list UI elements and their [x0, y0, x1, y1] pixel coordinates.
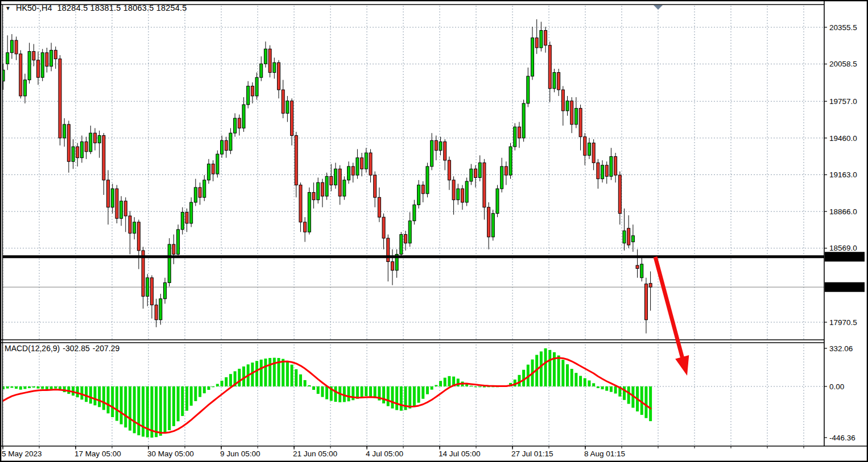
scroll-to-end-marker-icon[interactable]: [654, 5, 663, 10]
macd-bar: [365, 386, 367, 396]
candle-body: [448, 160, 450, 180]
time-tick-label: 27 Jul 01:15: [511, 449, 553, 458]
candle-body: [89, 133, 92, 152]
macd-bar: [448, 376, 450, 386]
candle-body: [588, 143, 590, 156]
macd-bar: [426, 386, 429, 394]
macd-bar: [120, 386, 123, 424]
candle-body: [50, 50, 53, 66]
candle-body: [37, 60, 40, 77]
candle-body: [216, 154, 219, 174]
candle-body: [343, 180, 346, 196]
candle-body: [400, 235, 403, 255]
macd-bar: [111, 386, 114, 417]
candle-body: [85, 141, 88, 151]
candle-body: [605, 165, 608, 177]
macd-bar: [457, 378, 460, 386]
macd-bar: [98, 386, 101, 407]
candle-body: [553, 73, 556, 89]
candle-body: [146, 278, 149, 297]
candle-body: [444, 141, 447, 160]
macd-bar: [221, 381, 224, 386]
macd-bar: [242, 367, 245, 386]
macd-bar: [557, 356, 560, 386]
candle-body: [461, 189, 464, 202]
candle-body: [369, 153, 372, 175]
macd-bar: [649, 386, 652, 421]
price-axis[interactable]: 20355.520058.519757.019460.019163.018866…: [824, 23, 865, 327]
candle-body: [41, 53, 44, 78]
symbol-collapse-icon[interactable]: ▼: [5, 6, 11, 11]
time-axis[interactable]: 5 May 202317 May 05:0030 May 05:009 Jun …: [2, 446, 804, 458]
candle-body: [413, 205, 416, 220]
macd-bar: [435, 385, 437, 386]
candle-body: [28, 52, 31, 80]
macd-bar: [470, 386, 473, 386]
macd-bar: [431, 386, 433, 390]
macd-axis[interactable]: 332.060.00-446.36: [824, 344, 855, 442]
macd-bar: [41, 386, 44, 389]
candle-body: [194, 188, 197, 202]
macd-bar: [185, 386, 188, 411]
candle-body: [273, 63, 276, 72]
time-tick-label: 5 May 2023: [2, 449, 42, 458]
price-tick-label: 19460.0: [829, 134, 857, 143]
macd-bar: [260, 360, 263, 386]
candle-body: [238, 118, 241, 128]
macd-bar: [255, 361, 258, 386]
macd-bar: [644, 386, 647, 418]
candle-body: [557, 73, 560, 90]
macd-bar: [478, 386, 481, 387]
macd-bar: [172, 386, 175, 426]
candle-body: [627, 228, 630, 245]
candle-body: [59, 59, 61, 138]
macd-signal-value: -207.29: [93, 344, 119, 353]
macd-bar: [6, 386, 9, 389]
macd-bar: [574, 373, 577, 386]
macd-bar: [264, 359, 267, 386]
candle-body: [23, 80, 26, 96]
macd-bar: [400, 386, 403, 411]
price-tick-label: 19757.0: [829, 97, 857, 106]
macd-tick-label: 0.00: [829, 382, 844, 391]
candle-body: [330, 176, 333, 185]
candle-body: [221, 140, 224, 154]
macd-bar: [181, 386, 184, 416]
macd-bar: [623, 386, 626, 400]
macd-bar: [2, 386, 5, 389]
candle-body: [164, 282, 167, 298]
macd-label-bar: MACD(12,26,9) -302.85 -207.29: [5, 344, 119, 353]
candle-body: [592, 143, 595, 163]
candle-body: [544, 31, 547, 45]
candle-body: [514, 127, 516, 147]
candle-body: [452, 180, 455, 200]
macd-bar: [601, 386, 604, 389]
candle-body: [614, 157, 617, 176]
candle-body: [63, 124, 66, 138]
chart-canvas[interactable]: 20355.520058.519757.019460.019163.018866…: [0, 0, 868, 462]
candle-body: [561, 90, 564, 111]
candle-body: [268, 49, 271, 72]
macd-bar: [137, 386, 140, 435]
macd-main-value: -302.85: [63, 344, 89, 353]
macd-bar: [444, 378, 447, 386]
macd-bar: [273, 358, 276, 386]
price-tick-label: 18866.0: [829, 207, 857, 216]
candle-body: [548, 45, 551, 89]
macd-bar: [129, 386, 131, 431]
macd-bar: [308, 385, 311, 386]
macd-bar: [561, 360, 564, 386]
price-tick-label: 20355.5: [829, 23, 857, 32]
candle-body: [155, 305, 158, 320]
candle-body: [19, 54, 22, 96]
trend-arrow[interactable]: [655, 257, 689, 376]
candle-body: [566, 101, 569, 111]
candle-body: [255, 77, 258, 96]
candle-body: [584, 137, 586, 156]
candle-body: [478, 163, 481, 177]
macd-bar: [304, 380, 307, 386]
macd-bar: [229, 374, 232, 386]
candle-body: [199, 188, 201, 197]
macd-histogram-layer: [2, 348, 652, 438]
macd-bar: [251, 363, 254, 386]
